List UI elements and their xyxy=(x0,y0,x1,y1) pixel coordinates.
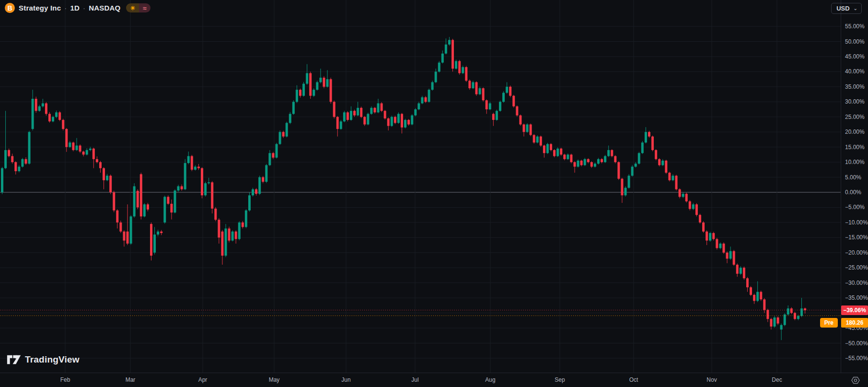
candle-body xyxy=(770,319,772,327)
price-axis-label: 30.00% xyxy=(845,98,865,105)
candle-body xyxy=(587,159,590,162)
price-axis-label: 40.00% xyxy=(845,68,865,75)
candle-body xyxy=(18,167,20,171)
premarket-prefix-badge: Pre xyxy=(820,318,838,328)
time-axis-label: Sep xyxy=(555,376,565,383)
candle-body xyxy=(174,190,176,212)
symbol-name: Strategy Inc xyxy=(19,4,61,12)
candle-body xyxy=(492,114,495,120)
candle-body xyxy=(671,176,674,180)
candle-body xyxy=(170,204,173,212)
candle-body xyxy=(140,174,142,216)
candle-body xyxy=(187,156,190,163)
approximate-data-icon[interactable]: ≈ xyxy=(139,3,150,12)
candle-body xyxy=(628,176,630,188)
candle-body xyxy=(421,97,423,104)
settings-icon[interactable] xyxy=(851,375,860,387)
candle-body xyxy=(347,112,349,120)
candle-body xyxy=(238,223,241,239)
market-status-badges[interactable]: ☀ ≈ xyxy=(126,3,150,12)
candle-body xyxy=(668,173,671,180)
candle-body xyxy=(401,114,403,127)
price-axis-label: 10.00% xyxy=(845,159,865,165)
candle-body xyxy=(357,108,359,116)
candle-body xyxy=(509,87,511,96)
price-axis[interactable]: 55.00%50.00%45.00%40.00%35.00%30.00%25.0… xyxy=(841,0,868,373)
premarket-sun-icon[interactable]: ☀ xyxy=(126,3,139,12)
candle-body xyxy=(69,142,71,147)
candle-body xyxy=(448,40,451,44)
candle-body xyxy=(665,161,667,173)
candle-body xyxy=(208,182,210,183)
currency-selector[interactable]: USD ⌄ xyxy=(831,3,862,14)
candle-body xyxy=(119,223,122,232)
candle-body xyxy=(391,117,393,126)
candle-body xyxy=(93,149,95,159)
candle-body xyxy=(276,144,278,157)
candle-body xyxy=(435,71,437,82)
price-axis-label: −35.00% xyxy=(845,294,868,301)
candlestick-chart-canvas[interactable] xyxy=(0,0,868,387)
candle-body xyxy=(499,102,501,111)
candle-body xyxy=(563,154,566,159)
candle-body xyxy=(113,192,115,211)
candle-body xyxy=(14,162,17,171)
time-axis-label: Apr xyxy=(198,376,208,383)
time-axis[interactable]: FebMarAprMayJunJulAugSepOctNovDec xyxy=(0,373,868,387)
candle-body xyxy=(567,154,569,159)
time-axis-label: Nov xyxy=(706,376,717,383)
candle-body xyxy=(695,204,698,215)
candle-body xyxy=(556,149,559,156)
price-axis-label: −20.00% xyxy=(845,249,868,256)
price-axis-label: −25.00% xyxy=(845,264,868,271)
candle-body xyxy=(221,232,223,256)
symbol-title[interactable]: Strategy Inc · 1D · NASDAQ xyxy=(19,4,120,12)
candle-body xyxy=(387,118,390,126)
symbol-exchange: NASDAQ xyxy=(89,4,120,12)
candle-body xyxy=(625,188,627,196)
candle-body xyxy=(425,97,427,102)
symbol-header[interactable]: B Strategy Inc · 1D · NASDAQ ☀ ≈ xyxy=(5,3,150,13)
candle-body xyxy=(702,223,705,232)
candle-body xyxy=(760,292,762,300)
time-axis-label: Oct xyxy=(629,376,638,383)
candle-body xyxy=(736,265,739,274)
candle-body xyxy=(224,228,227,256)
candle-body xyxy=(709,233,711,241)
candle-body xyxy=(746,278,749,287)
candle-body xyxy=(130,216,132,244)
candle-body xyxy=(343,112,346,121)
premarket-price-label: 180.26 xyxy=(841,318,868,328)
candle-body xyxy=(516,106,518,116)
candle-body xyxy=(55,112,58,117)
candle-body xyxy=(638,153,640,164)
candle-body xyxy=(194,167,197,170)
candle-body xyxy=(502,93,505,102)
candle-body xyxy=(658,159,660,165)
tradingview-wordmark: TradingView xyxy=(25,354,80,365)
candle-body xyxy=(153,235,156,253)
tradingview-logo-icon xyxy=(7,355,21,364)
candle-body xyxy=(689,201,691,209)
candle-body xyxy=(468,81,471,88)
candle-body xyxy=(309,73,312,96)
candle-body xyxy=(299,90,301,96)
candle-body xyxy=(42,103,44,106)
candle-body xyxy=(682,194,684,197)
candle-body xyxy=(414,109,417,116)
candle-body xyxy=(28,132,31,164)
title-separator: · xyxy=(83,4,85,12)
candle-body xyxy=(32,99,34,129)
candle-body xyxy=(472,82,474,88)
tradingview-chart-window: B Strategy Inc · 1D · NASDAQ ☀ ≈ USD ⌄ 5… xyxy=(0,0,868,387)
candle-body xyxy=(614,156,616,163)
candle-body xyxy=(519,116,521,125)
candle-body xyxy=(404,120,406,128)
candle-body xyxy=(204,183,207,195)
candle-body xyxy=(766,310,769,319)
candle-body xyxy=(292,102,295,114)
candle-body xyxy=(282,132,285,136)
candle-body xyxy=(540,137,542,146)
candle-body xyxy=(8,150,10,156)
time-axis-label: Mar xyxy=(126,376,136,383)
